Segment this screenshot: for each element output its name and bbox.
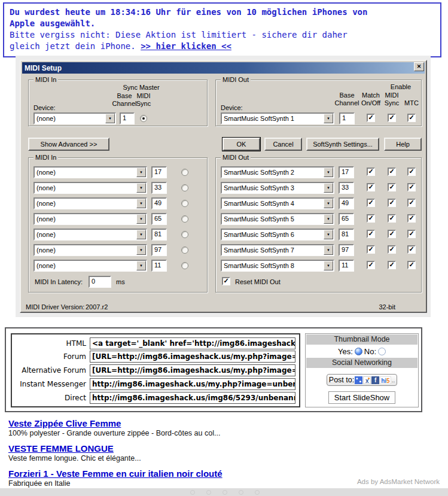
dropdown-arrow-icon[interactable]: ▼ <box>136 230 146 239</box>
dropdown-arrow-icon[interactable]: ▼ <box>136 168 146 177</box>
match-onoff-checkbox[interactable]: ✓ <box>367 245 375 254</box>
midi-in-device-select[interactable]: (none) ▼ <box>33 260 147 272</box>
midi-in-device-select[interactable]: (none) ▼ <box>33 229 147 241</box>
html-code-input[interactable]: <a target='_blank' href='http://img86.im… <box>90 337 295 349</box>
midi-out-device-select[interactable]: SmartMusic SoftSynth 7 ▼ <box>221 244 334 256</box>
dropdown-arrow-icon[interactable]: ▼ <box>136 199 146 208</box>
sync-master-radio[interactable] <box>140 115 147 122</box>
midi-out-device-select[interactable]: SmartMusic SoftSynth 1 ▼ <box>221 112 334 124</box>
midi-out-device-select[interactable]: SmartMusic SoftSynth 2 ▼ <box>221 166 334 178</box>
dropdown-arrow-icon[interactable]: ▼ <box>324 230 333 239</box>
sync-master-radio[interactable] <box>181 231 188 238</box>
channel-field[interactable]: 17 <box>151 166 167 178</box>
midi-sync-checkbox[interactable]: ✓ <box>388 245 396 254</box>
latency-field[interactable]: 0 <box>89 276 111 288</box>
close-icon[interactable]: ✕ <box>414 62 424 71</box>
dropdown-arrow-icon[interactable]: ▼ <box>136 245 146 255</box>
thumbnail-yes-radio[interactable] <box>355 348 362 355</box>
midi-out-device-select[interactable]: SmartMusic SoftSynth 8 ▼ <box>221 260 334 272</box>
sync-master-radio[interactable] <box>181 262 188 269</box>
mtc-checkbox[interactable]: ✓ <box>407 183 416 191</box>
dropdown-arrow-icon[interactable]: ▼ <box>136 261 146 270</box>
mtc-checkbox[interactable]: ✓ <box>407 230 416 238</box>
match-onoff-checkbox[interactable]: ✓ <box>367 230 375 238</box>
channel-field[interactable]: 11 <box>151 260 167 272</box>
ad-link[interactable]: VESTE FEMME LONGUE <box>8 443 114 454</box>
midi-out-device-select[interactable]: SmartMusic SoftSynth 6 ▼ <box>221 229 334 241</box>
ad-link[interactable]: Veste Zippée Clive Femme <box>8 418 121 428</box>
match-onoff-checkbox[interactable]: ✓ <box>367 214 375 223</box>
alt-forum-code-input[interactable]: [URL=http://img86.imageshack.us/my.php?i… <box>90 364 295 376</box>
start-slideshow-button[interactable]: Start SlideShow <box>328 391 396 404</box>
hier-klicken-link[interactable]: >> hier klicken << <box>141 41 231 51</box>
match-onoff-checkbox[interactable]: ✓ <box>367 261 375 269</box>
midi-in-device-select[interactable]: (none) ▼ <box>33 182 147 194</box>
midi-sync-checkbox[interactable]: ✓ <box>388 168 396 176</box>
channel-field[interactable]: 65 <box>339 213 354 225</box>
dropdown-arrow-icon[interactable]: ▼ <box>324 168 333 177</box>
channel-field[interactable]: 33 <box>151 182 167 194</box>
midi-out-channel-field[interactable]: 1 <box>339 112 355 124</box>
mtc-checkbox[interactable]: ✓ <box>407 245 416 254</box>
dropdown-arrow-icon[interactable]: ▼ <box>324 214 333 224</box>
match-onoff-checkbox[interactable]: ✓ <box>367 183 375 191</box>
channel-field[interactable]: 33 <box>339 182 354 194</box>
midi-sync-checkbox[interactable]: ✓ <box>388 230 396 238</box>
mtc-checkbox[interactable]: ✓ <box>407 261 416 269</box>
sync-master-radio[interactable] <box>181 169 188 176</box>
channel-field[interactable]: 65 <box>151 213 167 225</box>
channel-field[interactable]: 81 <box>339 229 354 241</box>
match-onoff-checkbox[interactable]: ✓ <box>367 168 375 176</box>
sync-master-radio[interactable] <box>181 184 188 191</box>
forum-code-input[interactable]: [URL=http://img86.imageshack.us/my.php?i… <box>90 351 295 363</box>
post-to-button[interactable]: Post to: x f hi5 .. <box>327 374 397 386</box>
sync-master-radio[interactable] <box>181 200 188 207</box>
ad-link[interactable]: Forzieri 1 - Veste Femme en cuir italien… <box>8 468 223 479</box>
midi-in-channel-field[interactable]: 1 <box>120 112 135 124</box>
match-onoff-checkbox[interactable]: ✓ <box>367 114 375 122</box>
dropdown-arrow-icon[interactable]: ▼ <box>136 183 146 193</box>
dropdown-arrow-icon[interactable]: ▼ <box>136 214 146 224</box>
mtc-checkbox[interactable]: ✓ <box>407 214 416 223</box>
midi-in-device-select[interactable]: (none) ▼ <box>33 197 147 209</box>
dropdown-arrow-icon[interactable]: ▼ <box>324 114 333 123</box>
dialog-titlebar[interactable]: MIDI Setup <box>22 62 425 74</box>
cancel-button[interactable]: Cancel <box>264 138 302 151</box>
channel-field[interactable]: 17 <box>339 166 354 178</box>
dropdown-arrow-icon[interactable]: ▼ <box>324 261 333 270</box>
ok-button[interactable]: OK <box>223 138 260 151</box>
channel-field[interactable]: 81 <box>151 229 167 241</box>
reset-midi-out-checkbox[interactable]: ✓ <box>222 277 230 285</box>
mtc-checkbox[interactable]: ✓ <box>407 168 416 176</box>
midi-sync-checkbox[interactable]: ✓ <box>388 261 396 269</box>
midi-sync-checkbox[interactable]: ✓ <box>388 214 396 223</box>
midi-sync-checkbox[interactable]: ✓ <box>388 114 396 122</box>
dropdown-arrow-icon[interactable]: ▼ <box>324 199 333 208</box>
midi-out-device-select[interactable]: SmartMusic SoftSynth 5 ▼ <box>221 213 334 225</box>
show-advanced-button[interactable]: Show Advanced >> <box>28 138 109 151</box>
midi-in-device-select[interactable]: (none) ▼ <box>33 112 116 124</box>
midi-in-device-select[interactable]: (none) ▼ <box>33 213 147 225</box>
mtc-checkbox[interactable]: ✓ <box>407 114 416 122</box>
help-button[interactable]: Help <box>384 138 422 151</box>
dropdown-arrow-icon[interactable]: ▼ <box>324 183 333 193</box>
softsynth-settings-button[interactable]: SoftSynth Settings... <box>306 138 379 151</box>
midi-sync-checkbox[interactable]: ✓ <box>388 199 396 207</box>
midi-in-device-select[interactable]: (none) ▼ <box>33 244 147 256</box>
channel-field[interactable]: 49 <box>151 197 167 209</box>
im-link-input[interactable]: http://img86.imageshack.us/my.php?image=… <box>90 378 295 390</box>
mtc-checkbox[interactable]: ✓ <box>407 199 416 207</box>
match-onoff-checkbox[interactable]: ✓ <box>367 199 375 207</box>
sync-master-radio[interactable] <box>181 247 188 254</box>
dropdown-arrow-icon[interactable]: ▼ <box>324 245 333 255</box>
sync-master-radio[interactable] <box>181 215 188 223</box>
midi-sync-checkbox[interactable]: ✓ <box>388 183 396 191</box>
midi-out-device-select[interactable]: SmartMusic SoftSynth 4 ▼ <box>221 197 334 209</box>
channel-field[interactable]: 11 <box>339 260 354 272</box>
thumbnail-no-radio[interactable] <box>378 348 386 355</box>
channel-field[interactable]: 97 <box>339 244 354 256</box>
midi-in-device-select[interactable]: (none) ▼ <box>33 166 147 178</box>
channel-field[interactable]: 97 <box>151 244 167 256</box>
midi-out-device-select[interactable]: SmartMusic SoftSynth 3 ▼ <box>221 182 334 194</box>
direct-link-input[interactable]: http://img86.imageshack.us/img86/5293/un… <box>90 392 295 404</box>
